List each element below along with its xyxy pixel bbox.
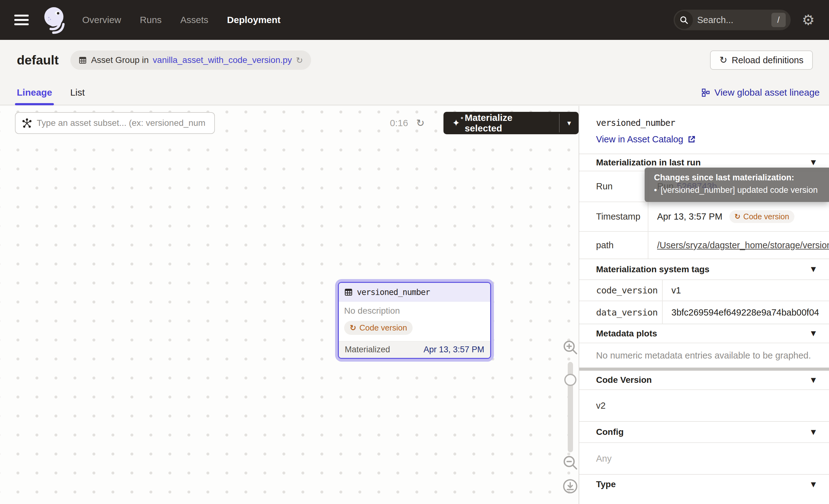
code-version-badge-label: Code version	[359, 323, 407, 333]
materialize-selected-button[interactable]: ✦✦ Materialize selected ▾	[443, 112, 579, 134]
asset-group-badge-text: Asset Group in	[91, 55, 149, 65]
panel-resize-handle[interactable]	[579, 367, 829, 371]
changes-tooltip: Changes since last materialization: • [v…	[645, 168, 829, 202]
code-version-tag-row: code_version v1	[579, 279, 829, 300]
timestamp-row-value: Apr 13, 3:57 PM ↻ Code version	[648, 202, 829, 231]
materialize-main[interactable]: ✦✦ Materialize selected	[443, 112, 559, 134]
asset-node-footer: Materialized Apr 13, 3:57 PM	[339, 341, 490, 358]
asset-node-header[interactable]: versioned_number	[339, 283, 490, 301]
section-label: Materialization system tags	[596, 264, 710, 275]
section-type[interactable]: Type ▼	[579, 474, 829, 494]
asset-node-description: No description	[344, 306, 485, 316]
asset-node-body: No description ↻ Code version	[339, 301, 490, 341]
nav-link-runs[interactable]: Runs	[140, 15, 161, 25]
view-global-asset-lineage-label: View global asset lineage	[714, 87, 820, 98]
code-version-badge-label: Code version	[743, 212, 789, 221]
section-metadata-plots[interactable]: Metadata plots ▼	[579, 324, 829, 343]
chevron-down-icon[interactable]: ▼	[811, 377, 816, 384]
chevron-down-icon[interactable]: ▼	[811, 429, 816, 435]
page-header: default Asset Group in vanilla_asset_wit…	[0, 40, 829, 80]
materialized-timestamp-link[interactable]: Apr 13, 3:57 PM	[424, 345, 484, 355]
config-value: Any	[579, 442, 829, 474]
chevron-down-icon[interactable]: ▼	[811, 266, 816, 273]
materialize-dropdown-caret[interactable]: ▾	[560, 112, 579, 134]
refresh-timer: 0:16 ↻	[390, 112, 425, 134]
tag-key: data_version	[579, 301, 663, 324]
path-link[interactable]: /Users/sryza/dagster_home/storage/versio…	[657, 240, 829, 250]
section-code-version[interactable]: Code Version ▼	[579, 371, 829, 389]
top-nav: Overview Runs Assets Deployment / ⚙	[0, 0, 829, 40]
nav-link-overview[interactable]: Overview	[82, 15, 121, 25]
timestamp-row: Timestamp Apr 13, 3:57 PM ↻ Code version	[579, 202, 829, 231]
zoom-slider-knob[interactable]	[564, 374, 576, 386]
zoom-slider[interactable]	[568, 362, 573, 452]
asset-group-badge: Asset Group in vanilla_asset_with_code_v…	[70, 50, 311, 70]
dagster-logo-icon[interactable]	[40, 6, 67, 34]
sparkle-icon: ✦✦	[452, 118, 460, 128]
hamburger-menu-icon[interactable]	[14, 15, 29, 25]
canvas-refresh-icon[interactable]: ↻	[416, 118, 425, 128]
path-row-label: path	[579, 232, 648, 258]
asset-node-title: versioned_number	[357, 288, 430, 297]
primary-nav-links: Overview Runs Assets Deployment	[82, 15, 281, 25]
page-title: default	[17, 53, 59, 68]
download-image-icon[interactable]	[563, 478, 578, 494]
tooltip-item-text: [versioned_number] updated code version	[660, 185, 818, 195]
section-label: Code Version	[596, 375, 652, 385]
view-in-asset-catalog-label: View in Asset Catalog	[596, 134, 683, 145]
view-in-asset-catalog-link[interactable]: View in Asset Catalog	[596, 134, 696, 145]
view-global-asset-lineage-link[interactable]: View global asset lineage	[701, 87, 820, 98]
reload-definitions-button[interactable]: ↻ Reload definitions	[710, 50, 813, 70]
table-grid-icon	[78, 56, 87, 65]
tab-list[interactable]: List	[70, 80, 85, 105]
metadata-empty-message: No numeric metadata entries available to…	[579, 343, 829, 367]
panel-title-block: versioned_number View in Asset Catalog	[579, 106, 829, 153]
chevron-down-icon[interactable]: ▼	[811, 159, 816, 166]
asset-subset-filter[interactable]	[15, 112, 215, 134]
asset-group-file-link[interactable]: vanilla_asset_with_code_version.py	[153, 55, 292, 65]
code-version-changed-icon: ↻	[350, 324, 356, 332]
code-version-badge[interactable]: ↻ Code version	[729, 210, 795, 223]
section-system-tags[interactable]: Materialization system tags ▼	[579, 258, 829, 279]
bullet-icon: •	[654, 185, 657, 195]
badge-refresh-icon[interactable]: ↻	[296, 56, 303, 65]
reload-definitions-label: Reload definitions	[731, 55, 803, 65]
materialize-label: Materialize selected	[465, 112, 550, 134]
nav-link-deployment[interactable]: Deployment	[227, 15, 281, 25]
asset-subset-input[interactable]	[37, 118, 208, 128]
tag-value: v1	[663, 280, 829, 300]
timestamp-value: Apr 13, 3:57 PM	[657, 212, 722, 222]
zoom-controls	[561, 339, 579, 494]
asset-graph-canvas[interactable]: 0:16 ↻ ✦✦ Materialize selected ▾ ver	[0, 106, 579, 504]
section-label: Type	[596, 479, 616, 489]
section-label: Config	[596, 427, 624, 437]
tag-value: 3bfc269594ef649228e9a74bab00f04	[663, 301, 829, 324]
gear-icon[interactable]: ⚙	[802, 13, 815, 27]
code-version-badge[interactable]: ↻ Code version	[344, 321, 412, 335]
zoom-out-icon[interactable]	[562, 454, 579, 471]
section-label: Metadata plots	[596, 329, 657, 338]
path-row: path /Users/sryza/dagster_home/storage/v…	[579, 231, 829, 258]
code-version-changed-icon: ↻	[735, 213, 741, 220]
asset-graph-filter-icon	[22, 118, 32, 128]
tooltip-title: Changes since last materialization:	[654, 173, 829, 183]
search-shortcut-key: /	[771, 13, 786, 27]
materialized-status-label: Materialized	[345, 345, 390, 355]
global-search[interactable]: /	[674, 10, 791, 30]
reload-icon: ↻	[719, 56, 727, 65]
lineage-graph-icon	[701, 88, 710, 98]
chevron-down-icon[interactable]: ▼	[811, 330, 816, 337]
tab-bar: Lineage List View global asset lineage	[0, 80, 829, 105]
search-input[interactable]	[697, 15, 756, 25]
chevron-down-icon[interactable]: ▼	[811, 481, 816, 488]
zoom-in-icon[interactable]	[562, 339, 579, 356]
run-row-label: Run	[579, 171, 648, 202]
dagster-app: Overview Runs Assets Deployment / ⚙ defa…	[0, 0, 829, 504]
asset-node-versioned-number[interactable]: versioned_number No description ↻ Code v…	[338, 282, 491, 359]
tag-key: code_version	[579, 280, 663, 300]
nav-link-assets[interactable]: Assets	[180, 15, 208, 25]
section-config[interactable]: Config ▼	[579, 421, 829, 442]
tab-lineage[interactable]: Lineage	[17, 80, 52, 105]
timestamp-row-label: Timestamp	[579, 202, 648, 231]
asset-details-panel: versioned_number View in Asset Catalog M…	[579, 106, 829, 504]
